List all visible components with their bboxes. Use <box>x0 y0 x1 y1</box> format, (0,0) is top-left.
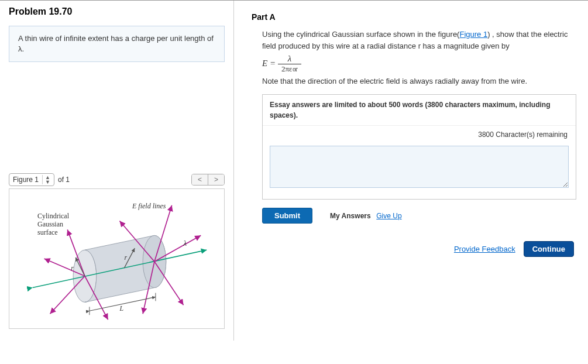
e-field-lines-label: E field lines <box>132 202 166 211</box>
formula-lhs: E = <box>262 57 276 70</box>
cyl-label-1: Cylindrical <box>37 212 69 220</box>
part-a-note: Note that the direction of the electric … <box>262 75 576 87</box>
figure-of-text: of 1 <box>58 176 70 184</box>
formula-den: 2πε₀r <box>278 64 301 74</box>
provide-feedback-link[interactable]: Provide Feedback <box>454 245 515 253</box>
submit-button[interactable]: Submit <box>262 208 312 224</box>
figure-prev-button[interactable]: < <box>192 174 208 185</box>
svg-text:L: L <box>119 305 123 313</box>
stepper-icon[interactable]: ▲▼ <box>42 175 50 184</box>
figure-selector[interactable]: Figure 1 ▲▼ <box>9 173 54 186</box>
part-a-heading: Part A <box>252 12 576 22</box>
characters-remaining: 3800 Character(s) remaining <box>263 126 576 142</box>
figure-next-button[interactable]: > <box>208 174 224 185</box>
essay-textarea[interactable] <box>270 146 569 188</box>
figure-selector-label: Figure 1 <box>13 176 39 184</box>
svg-text:r: r <box>71 264 74 272</box>
problem-intro: A thin wire of infinite extent has a cha… <box>9 26 225 62</box>
figure-link[interactable]: Figure 1 <box>459 30 487 39</box>
cyl-label-3: surface <box>37 228 58 236</box>
continue-button[interactable]: Continue <box>524 241 574 257</box>
problem-title: Problem 19.70 <box>9 6 225 17</box>
formula: E = λ 2πε₀r <box>262 54 576 73</box>
formula-num: λ <box>278 54 301 64</box>
svg-text:r: r <box>124 253 127 262</box>
give-up-link[interactable]: Give Up <box>376 212 401 220</box>
my-answers-label: My Answers <box>330 212 371 220</box>
figure-image: E field lines Cylindrical Gaussian surfa… <box>9 188 225 329</box>
svg-text:λ: λ <box>183 240 187 248</box>
cyl-label-2: Gaussian <box>37 220 63 228</box>
answer-box: Essay answers are limited to about 500 w… <box>262 94 576 200</box>
answer-limit-text: Essay answers are limited to about 500 w… <box>263 95 576 126</box>
part-a-text-1: Using the cylindrical Gaussian surface s… <box>262 30 459 39</box>
